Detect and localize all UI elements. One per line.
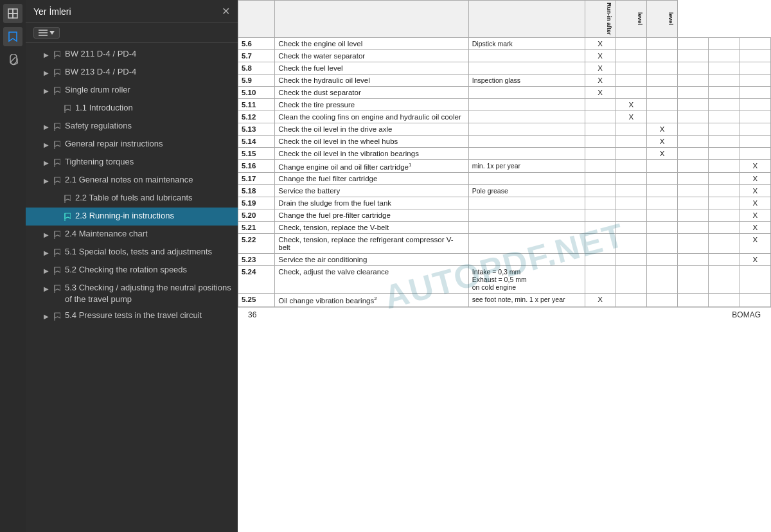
cell-after (616, 234, 646, 254)
table-row: 5.15 Check the oil level in the vibratio… (238, 147, 771, 159)
list-item[interactable]: ▶ Safety regulations (26, 118, 238, 136)
cell-run: X (585, 37, 616, 49)
cell-h1000 (740, 135, 770, 147)
cell-h500 (709, 123, 740, 135)
table-row: 5.10 Check the dust separator X (238, 86, 771, 98)
bookmarks-panel-title: Yer İmleri (33, 6, 71, 17)
cell-task: Check the oil level in the drive axle (275, 123, 468, 135)
cell-h50 (647, 254, 678, 266)
list-item[interactable]: ▶ 2.4 Maintenance chart (26, 226, 238, 244)
expand-icon[interactable]: ▶ (41, 175, 51, 186)
cell-run: X (585, 294, 616, 307)
cell-after (616, 135, 646, 147)
bookmark-sidebar-icon[interactable] (3, 27, 22, 46)
expand-icon[interactable]: ▶ (41, 283, 51, 294)
list-item[interactable]: ▶ Tightening torques (26, 154, 238, 172)
list-item[interactable]: 1.1 Introduction (26, 100, 238, 118)
cell-after: X (616, 98, 646, 111)
cell-h1000 (740, 37, 770, 49)
cell-h1000 (740, 294, 770, 307)
expand-icon[interactable]: ▶ (41, 49, 51, 60)
expand-icon[interactable]: ▶ (41, 67, 51, 78)
layers-icon[interactable] (3, 4, 22, 23)
svg-rect-1 (13, 9, 17, 13)
list-item[interactable]: ▶ BW 211 D-4 / PD-4 (26, 46, 238, 64)
table-row: 5.14 Check the oil level in the wheel hu… (238, 135, 771, 147)
cell-num: 5.23 (238, 254, 275, 266)
cell-num: 5.12 (238, 111, 275, 123)
list-item[interactable]: ▶ Single drum roller (26, 82, 238, 100)
table-row: 5.19 Drain the sludge from the fuel tank… (238, 197, 771, 209)
cell-task: Check the hydraulic oil level (275, 74, 468, 86)
col-header-num (238, 1, 275, 38)
cell-h250 (678, 159, 709, 173)
cell-run (585, 111, 616, 123)
cell-num: 5.22 (238, 234, 275, 254)
cell-h1000 (740, 111, 770, 123)
expand-icon[interactable]: ▶ (41, 229, 51, 240)
cell-num: 5.21 (238, 222, 275, 234)
maintenance-table: Run-in after level level 5.6 Check the e… (238, 0, 771, 307)
cell-task: Change the fuel pre-filter cartridge (275, 209, 468, 222)
cell-h50 (647, 209, 678, 222)
cell-note (468, 111, 585, 123)
cell-after: X (616, 111, 646, 123)
cell-run (585, 209, 616, 222)
cell-num: 5.25 (238, 294, 275, 307)
bookmarks-toolbar (26, 23, 238, 43)
cell-run: X (585, 74, 616, 86)
cell-h250 (678, 49, 709, 62)
list-item[interactable]: 2.3 Running-in instructions (26, 208, 238, 226)
bookmark-label: 1.1 Introduction (75, 102, 133, 114)
expand-icon[interactable]: ▶ (41, 265, 51, 276)
cell-h50 (647, 185, 678, 197)
cell-task: Change engine oil and oil filter cartrid… (275, 159, 468, 173)
cell-h250 (678, 173, 709, 185)
expand-icon[interactable]: ▶ (41, 157, 51, 168)
cell-after (616, 49, 646, 62)
cell-num: 5.13 (238, 123, 275, 135)
list-item[interactable]: ▶ 5.3 Checking / adjusting the neutral p… (26, 279, 238, 307)
cell-h1000: X (740, 159, 770, 173)
cell-h50 (647, 62, 678, 74)
bookmark-label: 5.2 Checking the rotation speeds (65, 264, 187, 276)
list-item[interactable]: ▶ 2.1 General notes on maintenance (26, 172, 238, 190)
cell-h250 (678, 62, 709, 74)
cell-note: see foot note, min. 1 x per year (468, 294, 585, 307)
cell-task: Check, adjust the valve clearance (275, 266, 468, 294)
cell-h500 (709, 234, 740, 254)
bookmarks-options-button[interactable] (33, 27, 60, 39)
cell-h1000 (740, 98, 770, 111)
cell-h250 (678, 135, 709, 147)
table-header-row: Run-in after level level (238, 1, 771, 38)
expand-icon[interactable]: ▶ (41, 247, 51, 258)
list-item[interactable]: ▶ 5.1 Special tools, tests and adjustmen… (26, 244, 238, 262)
expand-icon[interactable]: ▶ (41, 85, 51, 96)
close-panel-button[interactable]: ✕ (222, 5, 230, 17)
list-item[interactable]: 2.2 Table of fuels and lubricants (26, 190, 238, 208)
left-toolbar (0, 0, 26, 532)
table-row: 5.21 Check, tension, replace the V-belt … (238, 222, 771, 234)
cell-note: Intake = 0,3 mmExhaust = 0,5 mmon cold e… (468, 266, 585, 294)
cell-h500 (709, 135, 740, 147)
cell-task: Drain the sludge from the fuel tank (275, 197, 468, 209)
list-item[interactable]: ▶ 5.4 Pressure tests in the travel circu… (26, 307, 238, 325)
cell-h50 (647, 98, 678, 111)
list-item[interactable]: ▶ BW 213 D-4 / PD-4 (26, 64, 238, 82)
list-item[interactable]: ▶ General repair instructions (26, 136, 238, 154)
cell-h1000 (740, 74, 770, 86)
cell-note: Pole grease (468, 185, 585, 197)
cell-h500 (709, 147, 740, 159)
expand-icon[interactable]: ▶ (41, 311, 51, 321)
cell-run (585, 123, 616, 135)
table-body: 5.6 Check the engine oil level Dipstick … (238, 37, 771, 307)
cell-after (616, 222, 646, 234)
bookmark-label: 2.1 General notes on maintenance (65, 174, 193, 186)
bookmark-flag-icon (51, 175, 62, 186)
list-item[interactable]: ▶ 5.2 Checking the rotation speeds (26, 262, 238, 279)
expand-icon[interactable]: ▶ (41, 139, 51, 150)
expand-icon[interactable]: ▶ (41, 121, 51, 132)
cell-task: Check, tension, replace the V-belt (275, 222, 468, 234)
paperclip-icon[interactable] (3, 50, 22, 69)
svg-rect-2 (8, 13, 13, 18)
